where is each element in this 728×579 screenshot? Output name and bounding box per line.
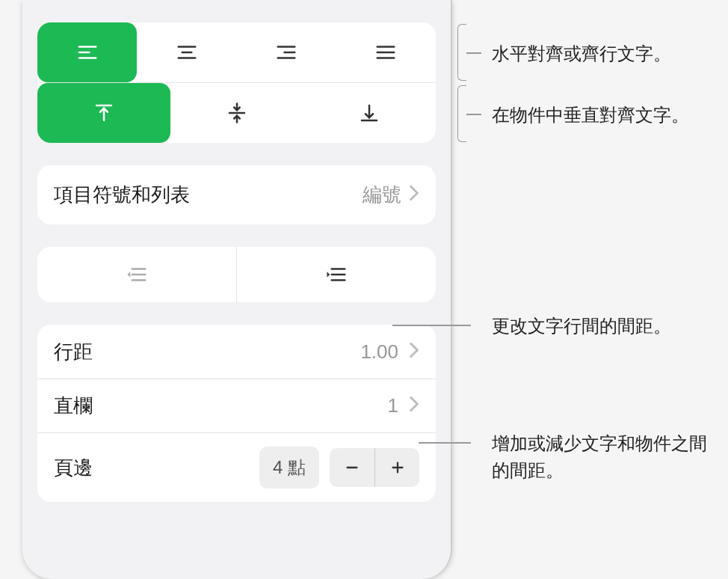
- columns-row[interactable]: 直欄 1: [37, 379, 436, 432]
- bullets-row[interactable]: 項目符號和列表 編號: [37, 165, 436, 224]
- margin-label: 頁邊: [54, 455, 259, 481]
- callout-margin: 增加或減少文字和物件之間的間距。: [492, 430, 709, 484]
- bullets-card: 項目符號和列表 編號: [37, 165, 436, 224]
- valign-bottom-button[interactable]: [303, 83, 436, 143]
- format-panel: 項目符號和列表 編號 行距 1.00: [22, 0, 452, 579]
- align-center-button[interactable]: [137, 22, 236, 82]
- align-right-button[interactable]: [237, 22, 336, 82]
- bullets-value: 編號: [363, 182, 401, 208]
- svg-marker-25: [327, 272, 330, 278]
- line-spacing-label: 行距: [54, 339, 360, 365]
- chevron-right-icon: [409, 183, 419, 206]
- margin-decrease-button[interactable]: [330, 448, 374, 487]
- columns-value: 1: [388, 394, 398, 417]
- margin-stepper: [330, 448, 419, 487]
- callout-bracket: [457, 24, 466, 81]
- line-spacing-row[interactable]: 行距 1.00: [37, 325, 436, 379]
- columns-label: 直欄: [54, 393, 388, 419]
- valign-middle-button[interactable]: [170, 83, 303, 143]
- margin-value: 4 點: [259, 447, 319, 488]
- align-justify-button[interactable]: [336, 22, 436, 82]
- callout-vertical-align: 在物件中垂直對齊文字。: [492, 102, 689, 129]
- spacing-card: 行距 1.00 直欄 1 頁邊 4 點: [37, 325, 436, 502]
- outdent-button[interactable]: [37, 247, 236, 302]
- line-spacing-value: 1.00: [360, 340, 398, 364]
- alignment-card: [37, 22, 436, 143]
- chevron-right-icon: [409, 340, 419, 364]
- bullets-label: 項目符號和列表: [54, 182, 363, 208]
- callout-line: [392, 325, 471, 326]
- horizontal-align-row: [37, 22, 436, 82]
- margin-row: 頁邊 4 點: [37, 432, 436, 502]
- callout-line-spacing: 更改文字行間的間距。: [492, 313, 671, 340]
- indent-card: [37, 247, 436, 302]
- indent-button[interactable]: [236, 247, 436, 302]
- vertical-align-row: [37, 82, 436, 143]
- callout-horizontal-align: 水平對齊或齊行文字。: [492, 40, 671, 67]
- align-left-button[interactable]: [37, 22, 137, 82]
- callout-bracket: [457, 85, 466, 142]
- margin-increase-button[interactable]: [374, 448, 419, 487]
- callout-line: [419, 442, 471, 444]
- valign-top-button[interactable]: [37, 83, 170, 143]
- chevron-right-icon: [409, 394, 419, 417]
